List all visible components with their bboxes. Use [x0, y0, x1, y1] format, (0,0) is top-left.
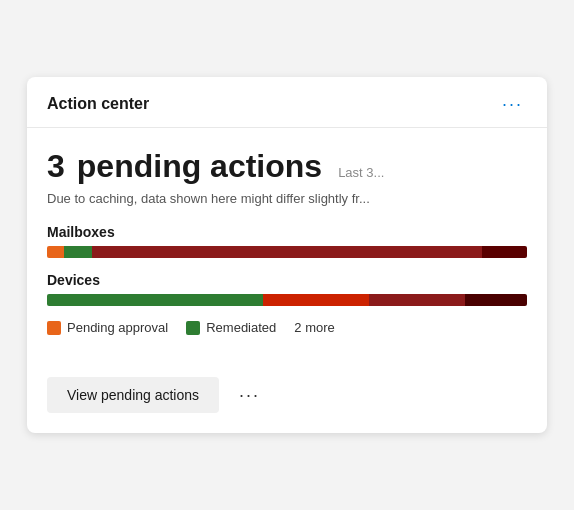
last-updated: Last 3...: [338, 165, 384, 180]
remediated-swatch: [186, 321, 200, 335]
pending-approval-swatch: [47, 321, 61, 335]
action-center-card: Action center ··· 3 pending actions Last…: [27, 77, 547, 433]
devices-label: Devices: [47, 272, 527, 288]
legend: Pending approval Remediated 2 more: [47, 320, 527, 335]
footer-more-button[interactable]: ···: [235, 385, 264, 406]
pending-label: pending actions: [77, 148, 322, 185]
devices-segment-2: [263, 294, 369, 306]
remediated-label: Remediated: [206, 320, 276, 335]
view-pending-actions-button[interactable]: View pending actions: [47, 377, 219, 413]
mailboxes-segment-2: [64, 246, 92, 258]
devices-segment-1: [47, 294, 263, 306]
pending-count-row: 3 pending actions Last 3...: [47, 148, 527, 185]
devices-bar: [47, 294, 527, 306]
mailboxes-segment-3: [92, 246, 483, 258]
header-more-button[interactable]: ···: [498, 95, 527, 113]
subtitle: Due to caching, data shown here might di…: [47, 191, 527, 206]
mailboxes-bar: [47, 246, 527, 258]
legend-item-pending: Pending approval: [47, 320, 168, 335]
card-body: 3 pending actions Last 3... Due to cachi…: [27, 128, 547, 377]
mailboxes-label: Mailboxes: [47, 224, 527, 240]
devices-segment-4: [465, 294, 527, 306]
card-title: Action center: [47, 95, 149, 113]
pending-approval-label: Pending approval: [67, 320, 168, 335]
mailboxes-segment-1: [47, 246, 64, 258]
card-header: Action center ···: [27, 77, 547, 128]
mailboxes-segment-4: [482, 246, 527, 258]
devices-segment-3: [369, 294, 465, 306]
legend-more-text: 2 more: [294, 320, 334, 335]
legend-item-remediated: Remediated: [186, 320, 276, 335]
pending-count: 3: [47, 148, 65, 185]
card-footer: View pending actions ···: [27, 377, 547, 433]
